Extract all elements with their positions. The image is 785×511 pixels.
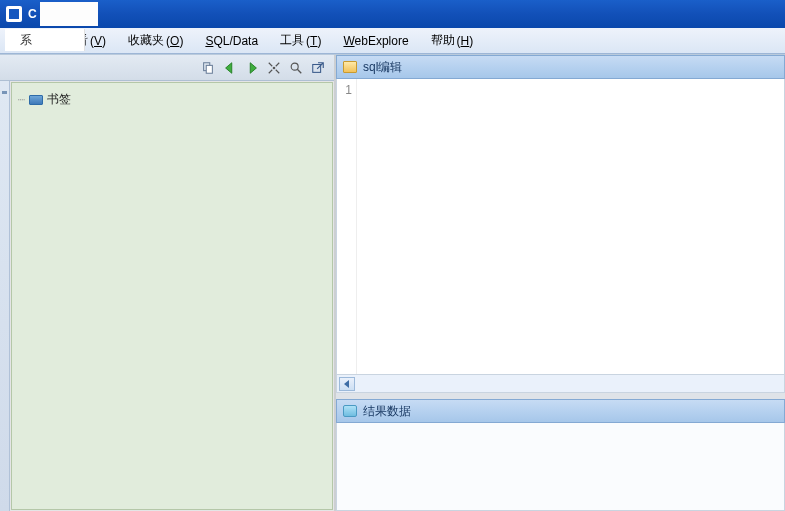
menu-fragment: 系 (20, 32, 32, 49)
menu-tools[interactable]: 工具 (T) (276, 30, 325, 51)
title-occlusion (40, 2, 98, 26)
external-icon[interactable] (310, 60, 326, 76)
svg-point-2 (273, 66, 276, 69)
results-pane: 结果数据 (336, 399, 785, 511)
collapsed-sidebar-strip[interactable] (0, 81, 10, 511)
data-icon (343, 405, 357, 417)
results-header-label: 结果数据 (363, 403, 411, 420)
menu-sqldata[interactable]: SQL/Data (201, 32, 262, 50)
menu-label: SQL/Data (205, 34, 258, 48)
right-panel: sql编辑 1 结果数据 (336, 55, 785, 511)
menu-label: WebExplore (343, 34, 408, 48)
svg-point-3 (291, 63, 298, 70)
menu-label: 工具 (280, 32, 304, 49)
tree-bookmarks-node[interactable]: ┈ 书签 (18, 91, 326, 108)
tree-line-icon: ┈ (18, 93, 25, 107)
svg-rect-5 (313, 64, 321, 72)
menu-favorites[interactable]: 收藏夹 (O) (124, 30, 187, 51)
magnifier-icon[interactable] (288, 60, 304, 76)
menu-bar: 辑 (E) 查看 (V) 收藏夹 (O) SQL/Data 工具 (T) Web… (0, 28, 785, 54)
app-icon (6, 6, 22, 22)
tree-toolbar (0, 55, 334, 81)
copy-icon[interactable] (200, 60, 216, 76)
menu-label: 收藏夹 (128, 32, 164, 49)
arrow-left-icon[interactable] (222, 60, 238, 76)
editor-header-label: sql编辑 (363, 59, 402, 76)
menu-webexplore[interactable]: WebExplore (339, 32, 412, 50)
object-tree[interactable]: ┈ 书签 (11, 82, 333, 510)
window-titlebar: C L (0, 0, 785, 28)
menu-mnemonic: (O) (166, 34, 183, 48)
sql-editor[interactable]: 1 (336, 79, 785, 375)
editor-horizontal-scrollbar[interactable] (336, 375, 785, 393)
svg-line-4 (297, 69, 301, 73)
menu-help[interactable]: 帮助 (H) (427, 30, 478, 51)
snap-icon[interactable] (266, 60, 282, 76)
editor-gutter: 1 (337, 79, 357, 374)
left-panel: ┈ 书签 (0, 55, 336, 511)
folder-icon (343, 61, 357, 73)
svg-rect-1 (206, 65, 212, 73)
menu-occlusion (5, 29, 85, 51)
editor-text-area[interactable] (357, 79, 784, 374)
line-number: 1 (337, 83, 352, 97)
results-grid[interactable] (336, 423, 785, 511)
bookmark-icon (29, 95, 43, 105)
results-header: 结果数据 (336, 399, 785, 423)
workspace: ┈ 书签 sql编辑 1 结果数据 (0, 54, 785, 511)
tree-node-label: 书签 (47, 91, 71, 108)
menu-mnemonic: (V) (90, 34, 106, 48)
strip-handle-icon (2, 91, 7, 94)
editor-header: sql编辑 (336, 55, 785, 79)
arrow-right-icon[interactable] (244, 60, 260, 76)
menu-label: 帮助 (431, 32, 455, 49)
menu-mnemonic: (T) (306, 34, 321, 48)
scroll-left-icon[interactable] (339, 377, 355, 391)
menu-mnemonic: (H) (457, 34, 474, 48)
